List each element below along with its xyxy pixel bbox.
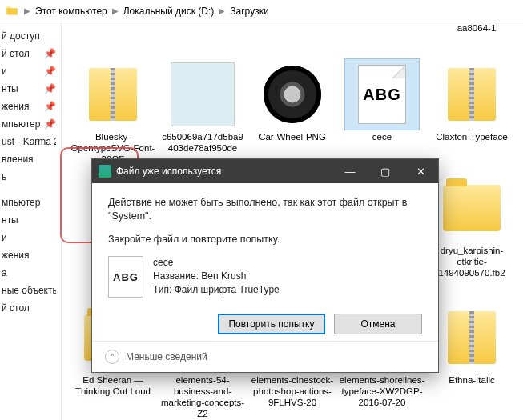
file-item[interactable]: Bluesky-OpentypeSVG-Font-30OF	[70, 56, 156, 165]
dialog-message: Действие не может быть выполнено, так ка…	[108, 196, 422, 223]
image-thumbnail	[171, 62, 235, 126]
dialog-icon	[99, 165, 111, 178]
file-item[interactable]: c650069a717d5ba9403de78af950de	[159, 56, 246, 165]
cancel-button[interactable]: Отмена	[334, 314, 422, 334]
sidebar-item[interactable]: й стол📌	[0, 45, 61, 62]
image-thumbnail	[264, 66, 321, 123]
nav-sidebar: й доступ й стол📌 и📌 нты📌 жения📌 мпьютер📌…	[0, 22, 62, 420]
file-item[interactable]: Claxton-Typeface	[428, 56, 515, 165]
dialog-title: Файл уже используется	[116, 166, 332, 177]
pin-icon: 📌	[44, 118, 56, 130]
breadcrumb-bar: ▶ Этот компьютер ▶ Локальный диск (D:) ▶…	[0, 0, 523, 22]
file-name: cece	[339, 131, 425, 142]
sidebar-item[interactable]: ные объекты	[0, 282, 61, 299]
sidebar-item[interactable]: й стол	[0, 299, 61, 317]
chevron-right-icon[interactable]: ▶	[112, 6, 119, 15]
folder-icon	[443, 185, 501, 231]
breadcrumb-segment[interactable]: Загрузки	[227, 4, 272, 18]
sidebar-item[interactable]: мпьютер📌	[0, 115, 61, 133]
minimize-button[interactable]: —	[332, 159, 368, 183]
pin-icon: 📌	[44, 66, 56, 77]
file-item[interactable]: aa8064-1	[438, 22, 515, 56]
file-name: elements-shorelines-typeface-XW2DGP-2016…	[339, 374, 425, 408]
retry-button[interactable]: Повторить попытку	[218, 314, 324, 334]
file-item-selected[interactable]: ABGcece	[339, 56, 425, 165]
pin-icon: 📌	[44, 48, 56, 59]
breadcrumb-segment[interactable]: Локальный диск (D:)	[120, 4, 218, 18]
file-metadata: cece Название: Ben Krush Тип: Файл шрифт…	[153, 256, 280, 297]
chevron-right-icon[interactable]: ▶	[24, 6, 30, 15]
dialog-titlebar[interactable]: Файл уже используется — ▢ ✕	[92, 159, 438, 183]
file-name: Car-Wheel-PNG	[249, 131, 336, 142]
file-name: aa8064-1	[438, 22, 515, 34]
sidebar-item[interactable]: а	[0, 264, 61, 282]
sidebar-item[interactable]: вления	[0, 150, 61, 168]
file-item[interactable]: Ethna-Italic	[428, 299, 515, 419]
fewer-details-toggle[interactable]: ˄ Меньше сведений	[92, 341, 438, 372]
file-name: elements-54-business-and-marketing-conce…	[159, 374, 246, 419]
zip-icon	[448, 311, 496, 364]
folder-icon	[5, 4, 19, 18]
file-item[interactable]: Car-Wheel-PNG	[249, 56, 336, 165]
file-name: c650069a717d5ba9403de78af950de	[159, 131, 246, 154]
chevron-up-icon: ˄	[105, 350, 119, 364]
sidebar-item[interactable]: нты	[0, 211, 61, 229]
close-button[interactable]: ✕	[403, 159, 438, 183]
file-thumbnail: ABG	[108, 256, 143, 298]
zip-icon	[448, 68, 496, 121]
file-item[interactable]: dryu_karpishin-otkritie-1494090570.fb2	[428, 170, 515, 278]
sidebar-item[interactable]: жения📌	[0, 98, 61, 115]
dialog-message: Закройте файл и повторите попытку.	[108, 233, 422, 246]
file-name: elements-cinestock-photoshop-actions-9FL…	[249, 374, 336, 408]
pin-icon: 📌	[44, 101, 56, 112]
file-name: Ed Sheeran — Thinking Out Loud	[70, 374, 156, 397]
file-in-use-dialog: Файл уже используется — ▢ ✕ Действие не …	[91, 158, 439, 373]
file-name: dryu_karpishin-otkritie-1494090570.fb2	[428, 245, 515, 278]
sidebar-item[interactable]: мпьютер	[0, 194, 61, 211]
file-name: Ethna-Italic	[428, 374, 515, 386]
breadcrumb-segment[interactable]: Этот компьютер	[32, 4, 111, 18]
sidebar-item[interactable]: ь	[0, 168, 61, 186]
sidebar-item[interactable]: и📌	[0, 62, 61, 80]
sidebar-item[interactable]: жения	[0, 246, 61, 264]
chevron-right-icon[interactable]: ▶	[219, 6, 225, 15]
sidebar-item[interactable]: и	[0, 229, 61, 246]
maximize-button[interactable]: ▢	[368, 159, 403, 183]
pin-icon: 📌	[44, 83, 56, 94]
sidebar-item[interactable]: й доступ	[0, 27, 61, 45]
font-file-icon: ABG	[358, 65, 406, 124]
file-name: Claxton-Typeface	[428, 131, 515, 142]
sidebar-item[interactable]: ust - Karma 2	[0, 133, 61, 150]
sidebar-item[interactable]: нты📌	[0, 80, 61, 98]
zip-icon	[89, 68, 137, 121]
